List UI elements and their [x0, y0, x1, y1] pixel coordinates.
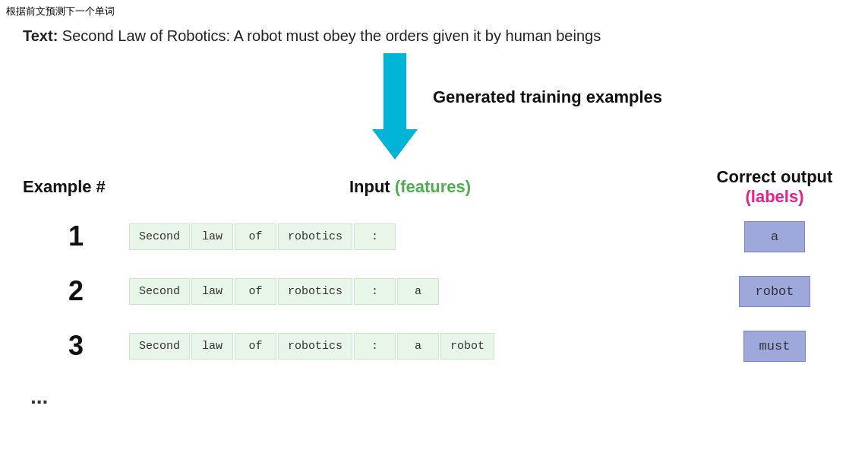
output-label: Correct output	[717, 167, 833, 186]
col-output-header: Correct output (labels)	[691, 167, 858, 207]
word-cell: :	[354, 223, 396, 250]
text-rest: Second Law of Robotics: A robot must obe…	[58, 27, 601, 44]
word-cell: robotics	[278, 223, 352, 250]
word-cell: robotics	[278, 278, 352, 305]
word-cell: a	[397, 278, 439, 305]
output-cell-3: must	[743, 331, 806, 362]
output-cell-container-2: robot	[691, 276, 858, 307]
top-label: 根据前文预测下一个单词	[6, 5, 115, 18]
word-cell: law	[191, 223, 233, 250]
input-cells-2: Second law of robotics : a	[129, 278, 691, 305]
example-num-1: 1	[23, 220, 129, 252]
text-bold: Text:	[23, 27, 58, 44]
input-highlight: (features)	[395, 177, 471, 196]
output-cell-1: a	[744, 221, 805, 252]
table-row: 1 Second law of robotics : a	[23, 220, 858, 252]
arrow-container	[372, 53, 418, 160]
table-row: 2 Second law of robotics : a robot	[23, 275, 858, 307]
word-cell: robot	[440, 333, 494, 360]
word-cell: Second	[129, 278, 190, 305]
ellipsis: ...	[30, 385, 858, 409]
word-cell: robotics	[278, 333, 352, 360]
input-cells-3: Second law of robotics : a robot	[129, 333, 691, 360]
table-header: Example # Input (features) Correct outpu…	[23, 167, 858, 207]
arrow-head	[372, 129, 418, 160]
table-container: Example # Input (features) Correct outpu…	[23, 167, 858, 409]
text-line: Text: Second Law of Robotics: A robot mu…	[23, 27, 601, 45]
word-cell: :	[354, 278, 396, 305]
input-cells-1: Second law of robotics :	[129, 223, 691, 250]
word-cell: of	[235, 223, 276, 250]
word-cell: :	[354, 333, 396, 360]
word-cell: Second	[129, 223, 190, 250]
example-num-3: 3	[23, 330, 129, 362]
word-cell: of	[235, 278, 276, 305]
word-cell: Second	[129, 333, 190, 360]
arrow-shaft	[383, 53, 406, 129]
col-example-header: Example #	[23, 177, 129, 197]
input-label: Input	[349, 177, 395, 196]
output-cell-2: robot	[739, 276, 810, 307]
output-cell-container-3: must	[691, 331, 858, 362]
output-highlight: (labels)	[745, 187, 803, 206]
output-cell-container-1: a	[691, 221, 858, 252]
word-cell: law	[191, 333, 233, 360]
word-cell: law	[191, 278, 233, 305]
table-row: 3 Second law of robotics : a robot must	[23, 330, 858, 362]
generated-label: Generated training examples	[433, 87, 662, 107]
word-cell: of	[235, 333, 276, 360]
word-cell: a	[397, 333, 439, 360]
example-num-2: 2	[23, 275, 129, 307]
col-input-header: Input (features)	[129, 177, 691, 197]
